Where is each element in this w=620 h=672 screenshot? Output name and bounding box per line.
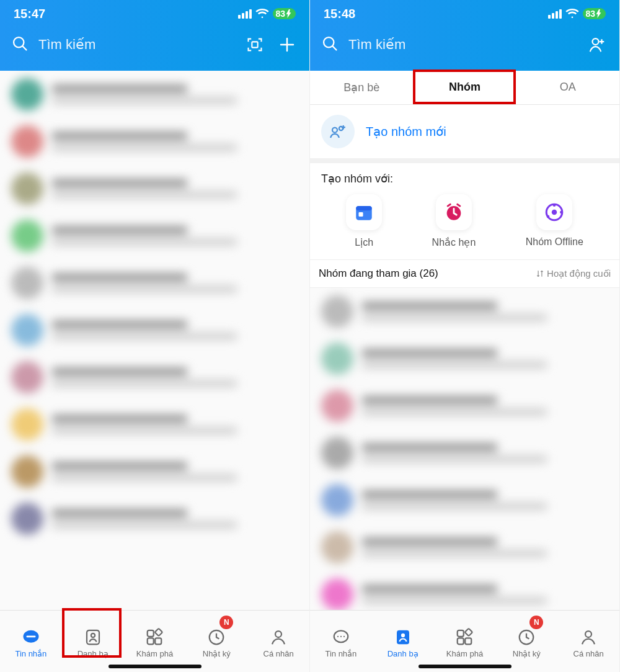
opt-label: Nhóm Offline [526, 236, 583, 248]
search-input[interactable]: Tìm kiếm [38, 37, 234, 53]
joined-groups-label: Nhóm đang tham gia (26) [319, 267, 438, 280]
create-with-title: Tạo nhóm với: [321, 172, 608, 186]
add-friend-icon[interactable] [586, 34, 608, 56]
svg-rect-9 [156, 638, 162, 644]
conversation-list[interactable] [0, 71, 309, 610]
svg-point-26 [547, 215, 550, 218]
svg-rect-4 [26, 636, 35, 638]
search-row: Tìm kiếm [310, 27, 619, 71]
svg-point-29 [401, 634, 405, 637]
svg-point-15 [593, 38, 599, 45]
create-with-section: Tạo nhóm với: Lịch Nhắc hẹn Nhóm Offline [310, 163, 619, 260]
calendar-icon [346, 194, 382, 230]
status-right: 83 [238, 8, 296, 19]
nav-label: Nhật ký [513, 649, 541, 658]
nav-label: Khám phá [136, 649, 173, 658]
option-reminder[interactable]: Nhắc hẹn [432, 194, 476, 248]
svg-point-16 [332, 128, 337, 133]
nav-label: Tin nhắn [325, 649, 356, 658]
nav-label: Khám phá [446, 649, 483, 658]
bottom-nav: Tin nhắn Danh bạ Khám phá N Nhật ký Cá n… [310, 610, 619, 672]
svg-rect-7 [148, 630, 154, 637]
svg-rect-8 [148, 638, 154, 644]
battery-label: 83 [275, 9, 285, 19]
reminder-icon [436, 194, 472, 230]
time-label: 15:47 [14, 7, 45, 21]
nav-discover[interactable]: Khám phá [434, 611, 496, 672]
group-list[interactable] [310, 288, 619, 610]
sort-button[interactable]: Hoạt động cuối [536, 268, 611, 279]
screen-contacts-groups: 15:48 83 Tìm kiếm Bạn bè [310, 0, 620, 672]
nav-label: Danh bạ [78, 649, 108, 658]
battery-label: 83 [585, 9, 595, 19]
blurred-content [0, 71, 309, 610]
offline-icon [536, 194, 572, 230]
svg-point-35 [585, 631, 591, 637]
search-icon[interactable] [321, 35, 339, 55]
svg-line-14 [333, 47, 337, 50]
tab-groups[interactable]: Nhóm [413, 71, 516, 104]
svg-point-25 [560, 211, 563, 214]
bottom-nav: Tin nhắn Danh bạ Khám phá N Nhật ký Cá n… [0, 610, 309, 672]
svg-rect-33 [465, 629, 472, 636]
nav-messages[interactable]: Tin nhắn [0, 611, 62, 672]
svg-rect-2 [252, 42, 257, 47]
create-group-icon [321, 115, 355, 148]
screen-messages: 15:47 83 Tìm kiếm [0, 0, 310, 672]
nav-timeline[interactable]: N Nhật ký [495, 611, 557, 672]
svg-rect-10 [155, 629, 162, 636]
nav-messages[interactable]: Tin nhắn [310, 611, 372, 672]
battery-badge: 83 [273, 8, 296, 19]
status-right: 83 [548, 8, 606, 19]
search-icon[interactable] [11, 35, 29, 55]
nav-badge: N [529, 616, 543, 629]
svg-rect-31 [458, 638, 464, 644]
status-bar: 15:48 83 [310, 0, 619, 27]
time-label: 15:48 [324, 7, 355, 21]
svg-rect-20 [359, 212, 363, 217]
nav-timeline[interactable]: N Nhật ký [185, 611, 247, 672]
home-indicator[interactable] [108, 665, 202, 668]
status-header: 15:48 83 Tìm kiếm [310, 0, 619, 71]
nav-label: Danh bạ [388, 649, 418, 658]
plus-icon[interactable] [276, 34, 298, 56]
wifi-icon [565, 9, 579, 19]
nav-contacts[interactable]: Danh bạ [372, 611, 434, 672]
battery-badge: 83 [583, 8, 606, 19]
svg-rect-19 [356, 206, 372, 210]
wifi-icon [255, 9, 269, 19]
svg-point-24 [553, 204, 556, 207]
svg-rect-32 [466, 638, 472, 644]
nav-label: Tin nhắn [15, 649, 46, 658]
home-indicator[interactable] [418, 665, 512, 668]
nav-label: Cá nhân [264, 649, 294, 658]
joined-groups-bar: Nhóm đang tham gia (26) Hoạt động cuối [310, 260, 619, 288]
status-bar: 15:47 83 [0, 0, 309, 27]
signal-icon [548, 9, 562, 19]
option-calendar[interactable]: Lịch [346, 194, 382, 248]
nav-profile[interactable]: Cá nhân [247, 611, 309, 672]
nav-badge: N [219, 616, 233, 629]
nav-profile[interactable]: Cá nhân [557, 611, 619, 672]
sort-label: Hoạt động cuối [547, 268, 611, 279]
svg-point-6 [91, 634, 95, 637]
blurred-content [310, 288, 619, 610]
svg-point-23 [552, 210, 557, 215]
signal-icon [238, 9, 252, 19]
option-offline[interactable]: Nhóm Offline [526, 194, 583, 248]
create-group-label: Tạo nhóm mới [366, 124, 446, 139]
opt-label: Lịch [355, 236, 373, 248]
tabs-wrapper: Bạn bè Nhóm OA [310, 71, 619, 105]
status-header: 15:47 83 Tìm kiếm [0, 0, 309, 71]
nav-discover[interactable]: Khám phá [124, 611, 186, 672]
search-input[interactable]: Tìm kiếm [348, 37, 576, 53]
svg-point-12 [275, 631, 281, 637]
svg-rect-30 [458, 630, 464, 637]
nav-label: Cá nhân [574, 649, 604, 658]
tab-oa[interactable]: OA [516, 71, 619, 104]
qr-icon[interactable] [244, 34, 266, 56]
opt-label: Nhắc hẹn [432, 236, 476, 248]
create-group-row[interactable]: Tạo nhóm mới [310, 105, 619, 163]
nav-contacts[interactable]: Danh bạ [62, 611, 124, 672]
tab-friends[interactable]: Bạn bè [310, 71, 413, 104]
